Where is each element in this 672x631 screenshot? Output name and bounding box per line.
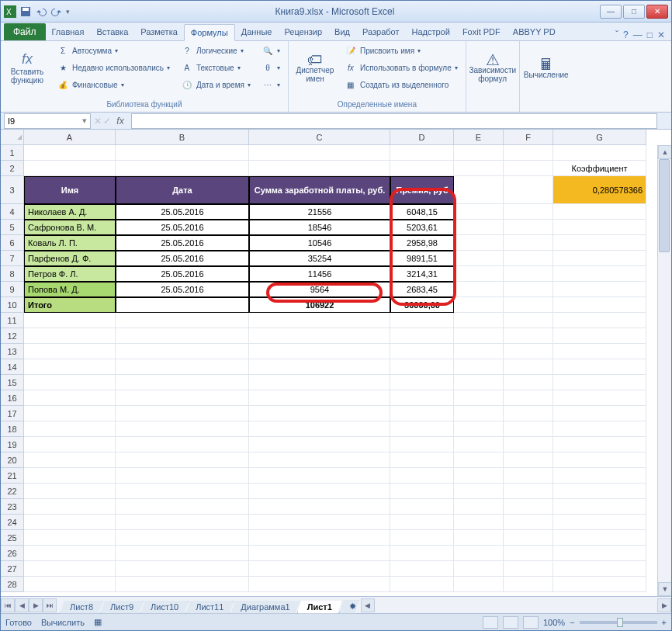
cell[interactable] (249, 515, 390, 530)
cell[interactable] (454, 282, 504, 297)
row-header-26[interactable]: 26 (1, 546, 24, 561)
cell[interactable] (116, 161, 249, 176)
cell[interactable] (390, 161, 454, 176)
cell[interactable]: Коэффициент (553, 161, 646, 176)
cell[interactable] (116, 530, 249, 546)
cell[interactable] (553, 266, 646, 282)
sheet-tab-Лист9[interactable]: Лист9 (100, 601, 144, 614)
cell[interactable] (553, 282, 646, 297)
new-sheet-button[interactable]: ✸ (339, 600, 359, 614)
cell[interactable] (390, 390, 454, 406)
cell[interactable]: Коваль Л. П. (24, 235, 116, 251)
cell[interactable]: 0,280578366 (553, 176, 646, 204)
cell[interactable] (504, 452, 553, 468)
cell[interactable] (454, 251, 504, 266)
zoom-slider-knob[interactable] (617, 618, 623, 627)
cell[interactable]: 3214,31 (390, 266, 454, 282)
calculation-button[interactable]: 🖩 Вычисление (525, 43, 568, 94)
save-icon[interactable] (19, 5, 32, 18)
cell[interactable] (249, 452, 390, 468)
row-header-22[interactable]: 22 (1, 484, 24, 499)
cell[interactable] (249, 546, 390, 561)
cell[interactable] (249, 437, 390, 452)
row-header-13[interactable]: 13 (1, 344, 24, 359)
cell[interactable] (390, 468, 454, 484)
row-header-8[interactable]: 8 (1, 266, 24, 282)
cell[interactable] (454, 530, 504, 546)
sheet-tab-Лист11[interactable]: Лист11 (185, 601, 234, 614)
row-header-20[interactable]: 20 (1, 452, 24, 468)
cell[interactable] (504, 359, 553, 375)
cell[interactable] (553, 235, 646, 251)
cell[interactable] (116, 328, 249, 344)
zoom-out-button[interactable]: − (570, 618, 574, 627)
math-button[interactable]: θ▾ (258, 60, 283, 75)
formula-auditing-button[interactable]: ⚠ Зависимости формул (471, 43, 514, 94)
text-functions-button[interactable]: AТекстовые▾ (178, 60, 254, 75)
cell[interactable] (504, 176, 553, 204)
cell[interactable]: Парфенов Д. Ф. (24, 251, 116, 266)
cell[interactable] (24, 344, 116, 359)
logical-button[interactable]: ?Логические▾ (178, 43, 254, 58)
cell[interactable]: 25.05.2016 (116, 235, 249, 251)
cell[interactable] (454, 145, 504, 161)
zoom-slider[interactable] (580, 621, 657, 624)
cell[interactable] (454, 406, 504, 421)
cell[interactable] (24, 313, 116, 328)
cell[interactable] (390, 499, 454, 515)
scroll-thumb[interactable] (659, 159, 670, 252)
cell[interactable] (116, 484, 249, 499)
col-header-E[interactable]: E (454, 130, 504, 145)
cell[interactable]: 5203,61 (390, 220, 454, 235)
insert-function-button[interactable]: fx Вставить функцию (5, 43, 49, 94)
cell[interactable] (504, 220, 553, 235)
cell[interactable] (390, 484, 454, 499)
cell[interactable] (249, 561, 390, 577)
cell[interactable]: Николаев А. Д. (24, 204, 116, 220)
name-box[interactable]: I9 ▾ (4, 113, 91, 129)
lookup-button[interactable]: 🔍▾ (258, 43, 283, 58)
cell[interactable] (249, 390, 390, 406)
define-name-button[interactable]: 📝Присвоить имя▾ (341, 43, 461, 58)
cell[interactable] (390, 359, 454, 375)
cell[interactable] (116, 313, 249, 328)
cell[interactable] (454, 266, 504, 282)
cell[interactable] (116, 437, 249, 452)
cell[interactable] (504, 313, 553, 328)
col-header-B[interactable]: B (116, 130, 249, 145)
cell[interactable]: 25.05.2016 (116, 251, 249, 266)
col-header-G[interactable]: G (553, 130, 646, 145)
cell[interactable] (24, 484, 116, 499)
cell[interactable] (454, 484, 504, 499)
formula-input[interactable] (131, 113, 657, 129)
cell[interactable] (116, 452, 249, 468)
cell[interactable] (24, 375, 116, 390)
scroll-left-icon[interactable]: ◀ (361, 598, 375, 612)
col-header-C[interactable]: C (249, 130, 390, 145)
cell[interactable] (553, 406, 646, 421)
row-header-15[interactable]: 15 (1, 375, 24, 390)
cell[interactable]: Премия, руб (390, 176, 454, 204)
cell[interactable] (249, 359, 390, 375)
cell[interactable] (116, 468, 249, 484)
cell[interactable] (504, 328, 553, 344)
cell[interactable] (24, 546, 116, 561)
cell[interactable] (454, 577, 504, 592)
scroll-down-icon[interactable]: ▼ (658, 582, 671, 596)
cell[interactable]: Дата (116, 176, 249, 204)
sheet-next-icon[interactable]: ▶ (29, 598, 43, 612)
row-header-3[interactable]: 3 (1, 176, 24, 204)
help-icon[interactable]: ? (623, 29, 629, 40)
cell[interactable] (390, 145, 454, 161)
cell[interactable] (454, 421, 504, 437)
redo-icon[interactable] (50, 5, 63, 18)
cell[interactable] (390, 328, 454, 344)
cell[interactable] (454, 344, 504, 359)
cell[interactable]: 25.05.2016 (116, 220, 249, 235)
cell[interactable] (249, 344, 390, 359)
cell[interactable] (504, 204, 553, 220)
cell[interactable]: Имя (24, 176, 116, 204)
row-header-12[interactable]: 12 (1, 328, 24, 344)
cell[interactable] (553, 220, 646, 235)
cell[interactable] (454, 235, 504, 251)
